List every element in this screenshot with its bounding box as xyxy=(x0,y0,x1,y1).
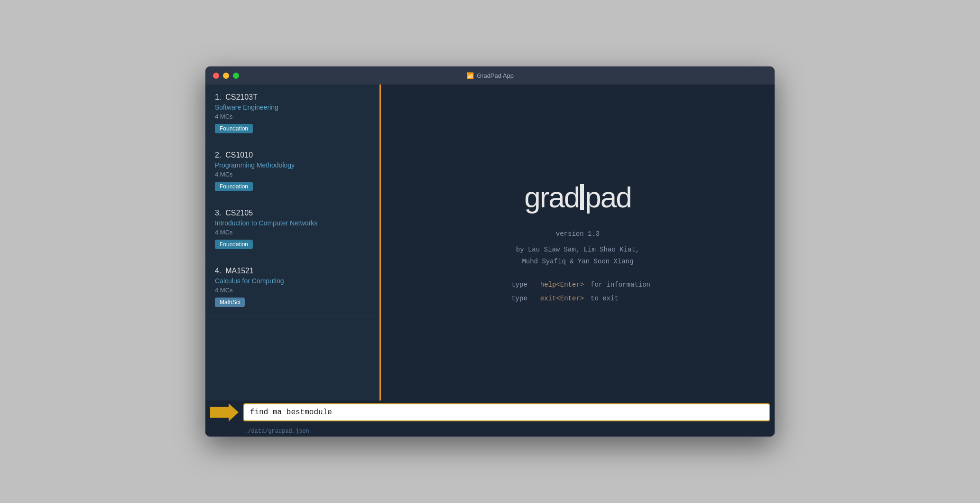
app-logo: grad p ad xyxy=(524,180,631,214)
module-name-3: Calculus for Computing xyxy=(215,277,371,285)
authors-line1: by Lau Siaw Sam, Lim Shao Kiat, xyxy=(505,244,650,256)
authors-line2: Muhd Syafiq & Yan Soon Xiang xyxy=(505,256,650,268)
status-path: ./data/gradpad.json xyxy=(244,428,309,435)
app-window: 📶 GradPad App 1. CS2103T Software Engine… xyxy=(205,66,775,437)
command-input[interactable] xyxy=(243,403,770,421)
module-number-code-1: 2. CS1010 xyxy=(215,151,371,159)
module-item-1[interactable]: 2. CS1010 Programming Methodology 4 MCs … xyxy=(205,142,381,200)
right-panel: grad p ad version 1.3 by Lau Siaw Sam, L… xyxy=(381,84,775,401)
cmd2-type: type xyxy=(505,293,534,305)
module-tag-0: Foundation xyxy=(215,124,253,133)
logo-text-right: p xyxy=(585,180,600,214)
module-mcs-1: 4 MCs xyxy=(215,171,371,178)
module-list: 1. CS2103T Software Engineering 4 MCs Fo… xyxy=(205,84,381,316)
module-item-0[interactable]: 1. CS2103T Software Engineering 4 MCs Fo… xyxy=(205,84,381,142)
sidebar: 1. CS2103T Software Engineering 4 MCs Fo… xyxy=(205,84,381,401)
cmd1-desc: for information xyxy=(591,279,650,291)
titlebar: 📶 GradPad App xyxy=(205,66,775,84)
commands-section: type help<Enter> for information type ex… xyxy=(505,279,650,305)
main-content: 1. CS2103T Software Engineering 4 MCs Fo… xyxy=(205,84,775,401)
module-item-2[interactable]: 3. CS2105 Introduction to Computer Netwo… xyxy=(205,200,381,258)
module-number-code-0: 1. CS2103T xyxy=(215,93,371,102)
input-row xyxy=(205,401,775,424)
authors-text: by Lau Siaw Sam, Lim Shao Kiat, Muhd Sya… xyxy=(505,244,650,268)
cmd2-desc: to exit xyxy=(591,293,619,305)
logo-text-left: grad xyxy=(524,180,579,214)
sidebar-divider xyxy=(379,84,381,401)
cmd2-command: exit<Enter> xyxy=(534,293,591,305)
wifi-icon: 📶 xyxy=(466,72,474,79)
minimize-button[interactable] xyxy=(223,73,229,79)
module-item-3[interactable]: 4. MA1521 Calculus for Computing 4 MCs M… xyxy=(205,258,381,316)
info-panel: version 1.3 by Lau Siaw Sam, Lim Shao Ki… xyxy=(505,228,650,305)
module-tag-3: MathSci xyxy=(215,298,245,307)
module-mcs-2: 4 MCs xyxy=(215,229,371,236)
module-mcs-3: 4 MCs xyxy=(215,287,371,294)
cmd1-type: type xyxy=(505,279,534,291)
module-number-code-2: 3. CS2105 xyxy=(215,209,371,217)
help-command: type help<Enter> for information xyxy=(505,279,650,291)
close-button[interactable] xyxy=(213,73,219,79)
maximize-button[interactable] xyxy=(233,73,239,79)
cmd1-command: help<Enter> xyxy=(534,279,591,291)
window-controls xyxy=(213,73,239,79)
version-text: version 1.3 xyxy=(505,228,650,240)
module-mcs-0: 4 MCs xyxy=(215,113,371,120)
bottom-bar: ./data/gradpad.json xyxy=(205,401,775,437)
module-tag-1: Foundation xyxy=(215,182,253,191)
module-name-0: Software Engineering xyxy=(215,103,371,111)
status-bar: ./data/gradpad.json xyxy=(205,424,775,437)
title-text: GradPad App xyxy=(477,72,514,79)
arrow-icon xyxy=(210,403,239,421)
module-number-code-3: 4. MA1521 xyxy=(215,267,371,275)
logo-cursor xyxy=(580,184,584,210)
logo-container: grad p ad xyxy=(524,180,631,214)
window-title: 📶 GradPad App xyxy=(466,72,514,79)
module-name-2: Introduction to Computer Networks xyxy=(215,219,371,227)
logo-text-right2: ad xyxy=(601,180,631,214)
module-tag-2: Foundation xyxy=(215,240,253,249)
exit-command: type exit<Enter> to exit xyxy=(505,293,650,305)
module-name-1: Programming Methodology xyxy=(215,161,371,169)
